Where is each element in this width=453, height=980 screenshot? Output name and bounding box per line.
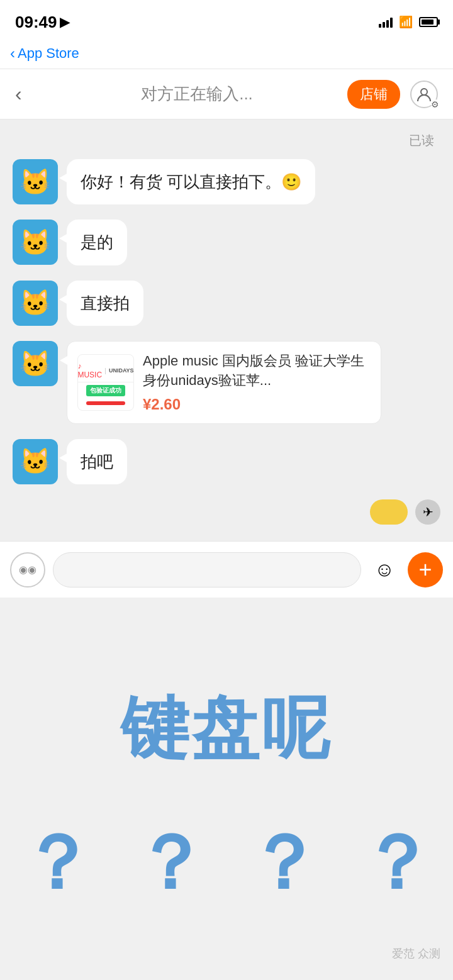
message-text: 拍吧 [81, 452, 113, 471]
emoji-icon: ☺ [374, 558, 395, 581]
message-row: 🐱 拍吧 [13, 439, 440, 484]
avatar: 🐱 [13, 439, 58, 484]
voice-button[interactable]: ◉◉ [10, 552, 45, 587]
back-chevron-icon: ‹ [10, 46, 15, 61]
nav-back: ‹ [15, 82, 47, 106]
emoji-button[interactable]: ☺ [369, 554, 400, 586]
watermark-text: 爱范 众测 [392, 947, 440, 960]
avatar: 🐱 [13, 281, 58, 326]
message-bubble: 直接拍 [67, 281, 143, 326]
nav-title: 对方正在输入... [47, 83, 347, 105]
read-status: 已读 [13, 132, 440, 149]
avatar: 🐱 [13, 220, 58, 265]
time-display: 09:49 [15, 13, 57, 32]
battery-icon [419, 17, 438, 27]
location-icon: ▶ [60, 14, 69, 30]
add-button[interactable]: + [408, 552, 443, 587]
question-mark-1: ？ [19, 813, 94, 915]
annotation-questions: ？ ？ ？ ？ [19, 813, 434, 915]
question-mark-2: ？ [132, 813, 208, 915]
message-row: 🐱 ♪ MUSIC | UNIDAYS 包验证成功 Apple music 国内… [13, 341, 440, 424]
message-row: 🐱 直接拍 [13, 281, 440, 326]
chat-area: 已读 🐱 你好！有货 可以直接拍下。🙂 🐱 是的 🐱 直接拍 🐱 [0, 120, 453, 541]
svg-point-0 [421, 89, 427, 95]
watermark: 爱范 众测 [392, 946, 440, 961]
message-input[interactable] [53, 552, 361, 587]
avatar: 🐱 [13, 341, 58, 386]
status-icons: 📶 [379, 15, 438, 29]
back-button[interactable]: ‹ App Store [10, 45, 79, 62]
apple-music-logo: ♪ MUSIC [77, 362, 102, 379]
back-label: App Store [18, 45, 79, 62]
message-text: 你好！有货 可以直接拍下。🙂 [81, 172, 301, 191]
product-info: Apple music 国内版会员 验证大学生身份unidays验证苹... ¥… [143, 352, 371, 413]
product-bar [86, 401, 125, 405]
unidays-logo: UNIDAYS [109, 367, 134, 374]
shop-button[interactable]: 店铺 [347, 80, 400, 109]
avatar: 🐱 [13, 159, 58, 204]
question-mark-3: ？ [245, 813, 321, 915]
message-bubble: 拍吧 [67, 439, 127, 484]
badge-text: 包验证成功 [86, 385, 125, 396]
product-price: ¥2.60 [143, 396, 371, 413]
message-text: 直接拍 [81, 294, 130, 313]
question-mark-4: ？ [359, 813, 434, 915]
message-bubble: 你好！有货 可以直接拍下。🙂 [67, 159, 315, 204]
status-bar: 09:49 ▶ 📶 [0, 0, 453, 38]
annotation-section: 键盘呢 ？ ？ ？ ？ [0, 598, 453, 980]
user-profile-button[interactable] [410, 81, 438, 108]
input-bar: ◉◉ ☺ + [0, 541, 453, 598]
product-title: Apple music 国内版会员 验证大学生身份unidays验证苹... [143, 352, 371, 391]
status-time: 09:49 ▶ [15, 13, 69, 32]
back-bar: ‹ App Store [0, 38, 453, 69]
wifi-icon: 📶 [399, 15, 413, 29]
nav-right-actions: 店铺 [347, 80, 438, 109]
scroll-hint [370, 499, 408, 525]
signal-icon [379, 16, 393, 28]
add-icon: + [418, 559, 432, 581]
message-bubble: 是的 [67, 220, 127, 265]
nav-bar: ‹ 对方正在输入... 店铺 [0, 69, 453, 120]
message-row: 🐱 你好！有货 可以直接拍下。🙂 [13, 159, 440, 204]
message-text: 是的 [81, 233, 113, 252]
product-card-bubble[interactable]: ♪ MUSIC | UNIDAYS 包验证成功 Apple music 国内版会… [67, 341, 381, 424]
product-thumbnail: ♪ MUSIC | UNIDAYS 包验证成功 [77, 354, 134, 411]
send-icon: ✈ [415, 499, 440, 525]
annotation-title: 键盘呢 [121, 683, 332, 775]
message-row: 🐱 是的 [13, 220, 440, 265]
nav-back-chevron-icon[interactable]: ‹ [15, 82, 22, 106]
voice-icon: ◉◉ [19, 564, 36, 576]
